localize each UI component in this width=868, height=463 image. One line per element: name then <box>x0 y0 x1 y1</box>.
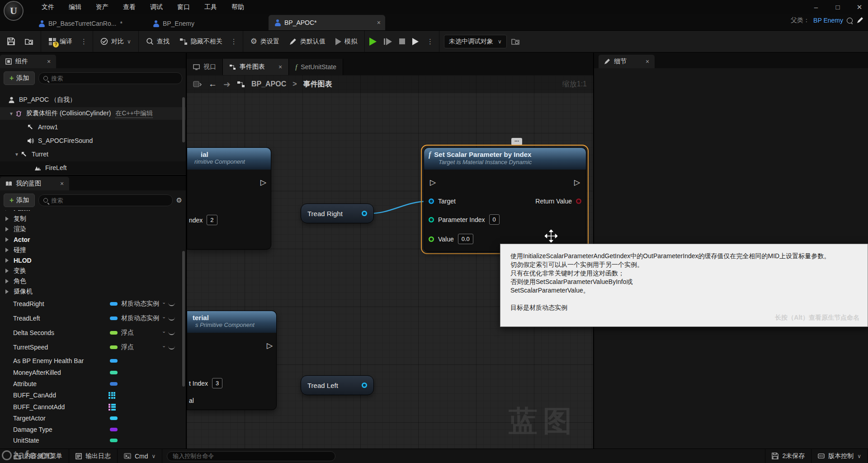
version-control-button[interactable]: 版本控制 ∨ <box>811 449 868 463</box>
menu-edit[interactable]: 编辑 <box>63 1 87 14</box>
close-icon[interactable]: × <box>646 58 649 65</box>
target-pin-icon[interactable] <box>429 198 434 204</box>
maximize-button[interactable]: □ <box>833 3 843 11</box>
eye-closed-icon[interactable] <box>168 317 175 321</box>
parameter-index-input[interactable]: 0 <box>489 214 500 225</box>
index-value-input[interactable]: 2 <box>207 215 217 225</box>
menu-debug[interactable]: 调试 <box>145 1 168 14</box>
gear-icon[interactable]: ⚙ <box>176 196 182 204</box>
class-settings-button[interactable]: ⚙ 类设置 <box>248 34 282 49</box>
variable-healthbar[interactable]: As BP Enemy Health Bar <box>0 356 186 366</box>
frame-skip-button[interactable] <box>384 38 392 45</box>
category-transform[interactable]: 变换 <box>0 266 186 276</box>
compile-button[interactable]: ? 编译 <box>46 35 75 48</box>
add-component-button[interactable]: + 添加 <box>4 71 35 85</box>
myblueprint-search-input[interactable] <box>51 197 167 204</box>
minimize-button[interactable]: – <box>811 3 821 11</box>
category-pawn[interactable]: Pawn <box>0 210 186 213</box>
components-scrollbar[interactable] <box>182 97 185 142</box>
close-window-button[interactable]: ✕ <box>854 3 864 11</box>
output-pin-icon[interactable] <box>362 383 367 388</box>
class-defaults-button[interactable]: 类默认值 <box>287 35 328 48</box>
search-icon[interactable] <box>847 18 853 24</box>
myblueprint-search[interactable] <box>38 194 172 206</box>
variable-treadright[interactable]: TreadRight 材质动态实例 <box>0 299 186 309</box>
tab-bp-enemy[interactable]: BP_Enemy <box>147 17 201 30</box>
close-icon[interactable]: × <box>47 58 51 65</box>
hide-unrelated-button[interactable]: 隐藏不相关 <box>177 35 225 48</box>
play-options-icon[interactable]: ⋮ <box>426 38 434 46</box>
diff-button[interactable]: 对比 ∨ <box>98 35 134 48</box>
tab-viewport[interactable]: 视口 <box>187 59 223 75</box>
simulate-button[interactable]: 模拟 <box>333 35 360 48</box>
close-icon[interactable]: × <box>60 180 64 187</box>
possess-button[interactable] <box>412 38 419 45</box>
tab-event-graph[interactable]: 事件图表 × <box>223 59 289 75</box>
output-log-button[interactable]: 输出日志 <box>69 449 118 463</box>
menu-tools[interactable]: 工具 <box>199 1 222 14</box>
variable-buff-cannotadd[interactable]: BUFF_CannotAdd <box>0 402 186 412</box>
index-value-input[interactable]: 3 <box>212 378 222 388</box>
edit-in-cpp-link[interactable]: 在C++中编辑 <box>115 109 152 118</box>
node-set-scalar-parameter-by-index[interactable]: fSet Scalar Parameter by Index Target is… <box>424 147 586 252</box>
variable-moneyafterkilled[interactable]: MoneyAfterKilled <box>0 368 186 378</box>
breadcrumb-root[interactable]: BP_APOC <box>251 80 286 88</box>
back-arrow-icon[interactable]: ← <box>208 79 217 89</box>
components-search[interactable] <box>38 72 182 84</box>
exec-pin-out-icon[interactable]: ▷ <box>260 179 266 186</box>
parent-class-link[interactable]: BP Enemy <box>813 17 843 24</box>
tab-bp-apoc[interactable]: BP_APOC* × <box>269 15 385 30</box>
compile-options-icon[interactable]: ⋮ <box>80 38 88 46</box>
variable-damage-type[interactable]: Damage Type <box>0 425 186 435</box>
tab-my-blueprint[interactable]: 我的蓝图 × <box>0 177 69 190</box>
unsaved-button[interactable]: 2未保存 <box>765 449 811 463</box>
node-tread-right[interactable]: Tread Right <box>301 203 374 223</box>
stop-button[interactable] <box>399 38 405 44</box>
variable-unitstate[interactable]: UnitState <box>0 435 186 445</box>
cmd-dropdown[interactable]: Cmd ∨ <box>118 449 162 463</box>
exec-pin-out-icon[interactable]: ▷ <box>574 179 580 186</box>
output-pin-icon[interactable] <box>362 211 367 216</box>
console-command-input[interactable] <box>167 451 335 461</box>
variable-turretspeed[interactable]: TurretSpeed 浮点 <box>0 342 186 352</box>
tab-details[interactable]: 细节 × <box>599 55 655 68</box>
save-button[interactable] <box>5 35 18 48</box>
close-icon[interactable]: × <box>278 63 282 71</box>
forward-arrow-icon[interactable]: ➜ <box>223 79 231 90</box>
menu-asset[interactable]: 资产 <box>90 1 114 14</box>
eye-closed-icon[interactable] <box>168 302 175 306</box>
expand-caret-icon[interactable]: ▼ <box>8 111 14 116</box>
close-icon[interactable]: × <box>377 19 381 26</box>
category-hlod[interactable]: HLOD <box>0 255 186 265</box>
eye-closed-icon[interactable] <box>168 346 175 350</box>
category-replication[interactable]: 复制 <box>0 214 186 224</box>
find-button[interactable]: 查找 <box>143 35 172 48</box>
variable-delta-seconds[interactable]: Delta Seconds 浮点 <box>0 328 186 338</box>
tab-setunitstate[interactable]: f SetUnitState <box>289 59 343 75</box>
components-search-input[interactable] <box>51 75 177 82</box>
category-rendering[interactable]: 渲染 <box>0 224 186 234</box>
tree-row-collision[interactable]: ▼ 胶囊体组件 (CollisionCylinder) 在C++中编辑 <box>0 107 186 120</box>
node-set-material-partial-bottom[interactable]: terial s Primitive Component ▷ t Index 3… <box>187 311 277 410</box>
hide-unrelated-options-icon[interactable]: ⋮ <box>230 38 238 46</box>
variable-treadleft[interactable]: TreadLeft 材质动态实例 <box>0 313 186 323</box>
variable-attribute[interactable]: Attribute <box>0 379 186 389</box>
eye-closed-icon[interactable] <box>168 331 175 335</box>
tree-row-arrow1[interactable]: Arrow1 <box>0 121 186 133</box>
menu-file[interactable]: 文件 <box>36 1 60 14</box>
play-button[interactable] <box>369 38 377 46</box>
return-value-pin-icon[interactable] <box>576 198 581 204</box>
tab-bp-baseturret[interactable]: BP_BaseTurretCanRo... * <box>33 17 129 30</box>
tab-components[interactable]: 组件 × <box>0 55 56 68</box>
tree-row-root[interactable]: BP_APOC （自我） <box>0 94 186 106</box>
category-character[interactable]: 角色 <box>0 276 186 286</box>
myblueprint-scrollbar[interactable] <box>182 251 185 387</box>
debug-object-dropdown[interactable]: 未选中调试对象 ∨ <box>444 35 507 48</box>
tree-row-firesound[interactable]: S_APOCFireSound <box>0 134 186 147</box>
add-blueprint-item-button[interactable]: + 添加 <box>4 194 35 207</box>
menu-help[interactable]: 帮助 <box>226 1 250 14</box>
category-collision[interactable]: 碰撞 <box>0 245 186 255</box>
value-pin-icon[interactable] <box>429 236 434 242</box>
menu-window[interactable]: 窗口 <box>172 1 195 14</box>
graph-mode-icon[interactable] <box>193 80 202 88</box>
